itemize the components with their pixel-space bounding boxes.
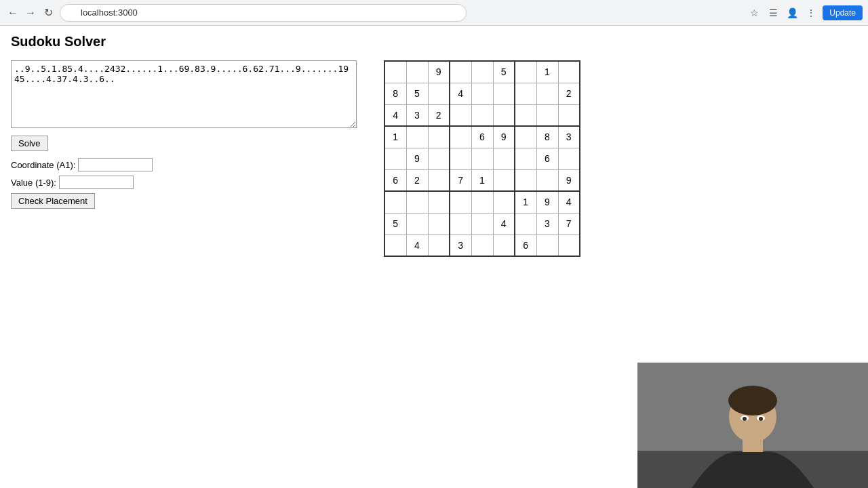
sudoku-cell <box>515 213 536 235</box>
sudoku-cell: 3 <box>450 235 471 256</box>
sudoku-cell: 2 <box>406 169 428 191</box>
sudoku-cell <box>493 191 515 213</box>
sudoku-cell <box>428 126 450 148</box>
nav-buttons: ← → ↻ <box>5 5 56 20</box>
sudoku-cell <box>450 191 471 213</box>
coordinate-row: Coordinate (A1): <box>11 158 357 171</box>
sudoku-cell: 6 <box>471 126 493 148</box>
sudoku-cell <box>406 61 428 83</box>
sudoku-cell: 9 <box>536 191 558 213</box>
sudoku-cell <box>384 148 406 169</box>
forward-button[interactable]: → <box>23 5 38 20</box>
sudoku-cell: 8 <box>384 83 406 104</box>
sudoku-cell: 9 <box>558 169 580 191</box>
sudoku-cell: 5 <box>384 213 406 235</box>
address-bar[interactable]: localhost:3000 <box>60 4 467 22</box>
sudoku-cell: 1 <box>384 126 406 148</box>
sudoku-cell: 4 <box>406 235 428 256</box>
update-button[interactable]: Update <box>823 5 863 20</box>
value-input[interactable] <box>59 176 134 189</box>
sudoku-cell <box>428 213 450 235</box>
sudoku-input[interactable] <box>11 60 357 128</box>
bookmark-icon[interactable]: ☆ <box>747 5 762 20</box>
sudoku-grid: 95185424321698396627191945437436 <box>384 60 580 257</box>
sudoku-cell <box>471 148 493 169</box>
sudoku-cell <box>384 61 406 83</box>
sudoku-cell <box>428 148 450 169</box>
sudoku-cell <box>536 83 558 104</box>
sudoku-cell <box>471 191 493 213</box>
sudoku-cell <box>406 191 428 213</box>
sudoku-cell <box>406 126 428 148</box>
extensions-icon[interactable]: ☰ <box>766 5 781 20</box>
settings-icon[interactable]: ⋮ <box>804 5 818 20</box>
sudoku-cell <box>450 61 471 83</box>
sudoku-cell: 8 <box>536 126 558 148</box>
sudoku-cell: 4 <box>450 83 471 104</box>
sudoku-cell: 4 <box>493 213 515 235</box>
sudoku-cell <box>493 148 515 169</box>
solve-button[interactable]: Solve <box>11 136 48 151</box>
sudoku-cell: 1 <box>536 61 558 83</box>
sudoku-cell <box>558 104 580 126</box>
sudoku-cell <box>450 148 471 169</box>
sudoku-cell <box>471 213 493 235</box>
sudoku-cell <box>493 235 515 256</box>
sudoku-cell: 2 <box>558 83 580 104</box>
coordinate-input[interactable] <box>78 158 153 171</box>
sudoku-cell: 7 <box>558 213 580 235</box>
sudoku-cell <box>536 104 558 126</box>
page-content: Sudoku Solver Solve Coordinate (A1): Val… <box>0 26 868 265</box>
back-button[interactable]: ← <box>5 5 20 20</box>
sudoku-cell <box>493 104 515 126</box>
sudoku-cell <box>384 191 406 213</box>
reload-button[interactable]: ↻ <box>41 5 56 20</box>
value-label: Value (1-9): <box>11 178 56 188</box>
sudoku-cell <box>428 191 450 213</box>
sudoku-cell <box>428 169 450 191</box>
sudoku-cell <box>471 61 493 83</box>
main-layout: Solve Coordinate (A1): Value (1-9): Chec… <box>11 60 857 257</box>
sudoku-cell: 9 <box>428 61 450 83</box>
sudoku-cell: 6 <box>515 235 536 256</box>
browser-right-icons: ☆ ☰ 👤 ⋮ Update <box>747 5 863 20</box>
sudoku-cell <box>558 148 580 169</box>
sudoku-cell <box>450 104 471 126</box>
textarea-wrapper <box>11 60 357 130</box>
coordinate-label: Coordinate (A1): <box>11 160 75 170</box>
sudoku-cell <box>493 169 515 191</box>
sudoku-cell: 9 <box>406 148 428 169</box>
sudoku-cell: 9 <box>493 126 515 148</box>
sudoku-cell <box>493 83 515 104</box>
url-text: localhost:3000 <box>81 7 138 18</box>
sudoku-cell <box>450 126 471 148</box>
sudoku-cell: 2 <box>428 104 450 126</box>
sudoku-cell: 3 <box>536 213 558 235</box>
sudoku-cell <box>515 148 536 169</box>
sudoku-cell <box>536 235 558 256</box>
sudoku-cell: 5 <box>406 83 428 104</box>
sudoku-grid-container: 95185424321698396627191945437436 <box>384 60 580 257</box>
sudoku-cell <box>558 61 580 83</box>
sudoku-cell <box>428 83 450 104</box>
sudoku-cell <box>515 61 536 83</box>
profile-icon[interactable]: 👤 <box>785 5 800 20</box>
sudoku-cell: 3 <box>406 104 428 126</box>
sudoku-cell: 1 <box>471 169 493 191</box>
sudoku-cell <box>471 83 493 104</box>
sudoku-cell: 4 <box>384 104 406 126</box>
sudoku-cell <box>384 235 406 256</box>
sudoku-cell: 4 <box>558 191 580 213</box>
sudoku-cell <box>515 169 536 191</box>
sudoku-cell <box>515 104 536 126</box>
browser-chrome: ← → ↻ localhost:3000 ☆ ☰ 👤 ⋮ Update <box>0 0 868 26</box>
check-placement-button[interactable]: Check Placement <box>11 193 95 209</box>
left-panel: Solve Coordinate (A1): Value (1-9): Chec… <box>11 60 357 209</box>
sudoku-cell <box>515 83 536 104</box>
value-row: Value (1-9): <box>11 176 357 189</box>
sudoku-cell: 6 <box>536 148 558 169</box>
sudoku-cell <box>428 235 450 256</box>
sudoku-cell: 6 <box>384 169 406 191</box>
sudoku-cell <box>558 235 580 256</box>
sudoku-cell <box>406 213 428 235</box>
